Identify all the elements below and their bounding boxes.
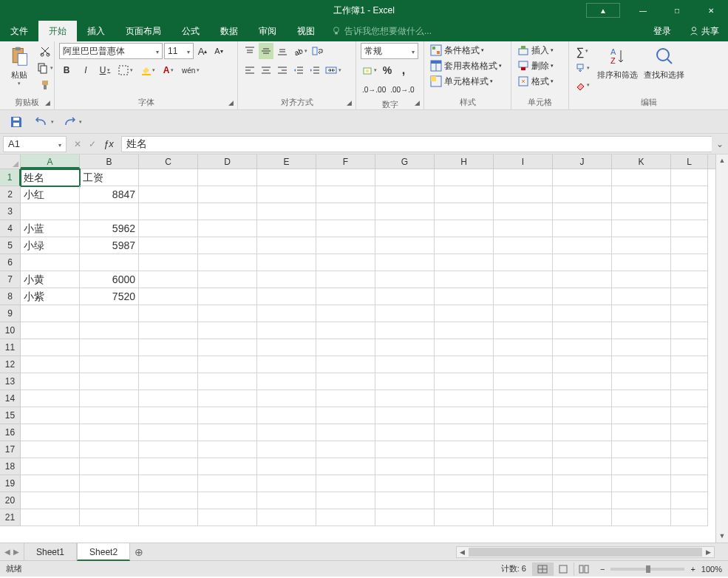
tab-formulas[interactable]: 公式 — [171, 21, 210, 41]
cell-F17[interactable] — [316, 441, 375, 458]
cell-G6[interactable] — [375, 254, 435, 271]
cell-A17[interactable] — [21, 441, 80, 458]
cell-I10[interactable] — [494, 322, 553, 339]
cell-I13[interactable] — [494, 373, 553, 390]
row-header-2[interactable]: 2 — [0, 186, 21, 203]
cell-D15[interactable] — [198, 407, 257, 424]
table-format-button[interactable]: 套用表格格式▾ — [429, 58, 503, 73]
cell-E9[interactable] — [257, 305, 316, 322]
tab-data[interactable]: 数据 — [210, 21, 248, 41]
fill-button-edit[interactable] — [574, 60, 591, 76]
cell-C8[interactable] — [139, 288, 198, 305]
view-page-layout-button[interactable] — [553, 562, 574, 576]
font-color-button[interactable]: A — [161, 62, 176, 78]
cell-G2[interactable] — [375, 186, 435, 203]
cell-H12[interactable] — [435, 356, 494, 373]
enter-formula-icon[interactable]: ✓ — [89, 139, 96, 149]
cell-J16[interactable] — [553, 424, 612, 441]
cell-K9[interactable] — [612, 305, 671, 322]
cell-C9[interactable] — [139, 305, 198, 322]
row-header-12[interactable]: 12 — [0, 356, 21, 373]
copy-button[interactable] — [35, 60, 55, 76]
cell-K15[interactable] — [612, 407, 671, 424]
cell-C6[interactable] — [139, 254, 198, 271]
cell-E21[interactable] — [257, 509, 316, 526]
cell-G10[interactable] — [375, 322, 435, 339]
cell-K10[interactable] — [612, 322, 671, 339]
bold-button[interactable]: B — [59, 62, 74, 78]
zoom-out-button[interactable]: − — [600, 565, 605, 574]
fill-color-button[interactable] — [139, 62, 157, 78]
find-select-button[interactable]: 查找和选择 — [641, 43, 687, 82]
cell-H10[interactable] — [435, 322, 494, 339]
cell-G14[interactable] — [375, 390, 435, 407]
cell-L8[interactable] — [671, 288, 708, 305]
login-button[interactable]: 登录 — [644, 21, 680, 41]
cell-C10[interactable] — [139, 322, 198, 339]
cell-L4[interactable] — [671, 220, 708, 237]
cell-H20[interactable] — [435, 492, 494, 509]
col-header-C[interactable]: C — [139, 154, 198, 169]
cell-E12[interactable] — [257, 356, 316, 373]
cell-K13[interactable] — [612, 373, 671, 390]
cell-J18[interactable] — [553, 458, 612, 475]
conditional-format-button[interactable]: 条件格式▾ — [429, 43, 486, 58]
select-all-corner[interactable] — [0, 154, 21, 169]
cell-D18[interactable] — [198, 458, 257, 475]
cell-E6[interactable] — [257, 254, 316, 271]
cell-K12[interactable] — [612, 356, 671, 373]
cell-L1[interactable] — [671, 169, 708, 186]
cell-A7[interactable]: 小黄 — [21, 271, 80, 288]
cell-L2[interactable] — [671, 186, 708, 203]
tab-home[interactable]: 开始 — [38, 21, 77, 41]
cell-H13[interactable] — [435, 373, 494, 390]
decrease-decimal-button[interactable]: .00→.0 — [389, 81, 415, 98]
cell-F14[interactable] — [316, 390, 375, 407]
cell-K20[interactable] — [612, 492, 671, 509]
row-header-17[interactable]: 17 — [0, 441, 21, 458]
cell-K6[interactable] — [612, 254, 671, 271]
save-button[interactable] — [6, 113, 27, 131]
cell-K18[interactable] — [612, 458, 671, 475]
cell-B21[interactable] — [80, 509, 139, 526]
cell-K21[interactable] — [612, 509, 671, 526]
row-header-10[interactable]: 10 — [0, 322, 21, 339]
tell-me-input[interactable]: 告诉我您想要做什么... — [331, 21, 432, 41]
row-header-6[interactable]: 6 — [0, 254, 21, 271]
cell-H3[interactable] — [435, 203, 494, 220]
cell-E15[interactable] — [257, 407, 316, 424]
row-header-1[interactable]: 1 — [0, 169, 21, 186]
cell-J3[interactable] — [553, 203, 612, 220]
cell-F12[interactable] — [316, 356, 375, 373]
cell-I8[interactable] — [494, 288, 553, 305]
cell-H17[interactable] — [435, 441, 494, 458]
cell-G4[interactable] — [375, 220, 435, 237]
cell-J21[interactable] — [553, 509, 612, 526]
cell-K16[interactable] — [612, 424, 671, 441]
col-header-F[interactable]: F — [316, 154, 375, 169]
cell-B4[interactable]: 5962 — [80, 220, 139, 237]
cell-C13[interactable] — [139, 373, 198, 390]
cell-K7[interactable] — [612, 271, 671, 288]
cell-D16[interactable] — [198, 424, 257, 441]
cell-C14[interactable] — [139, 390, 198, 407]
cell-I19[interactable] — [494, 475, 553, 492]
cell-J2[interactable] — [553, 186, 612, 203]
sheet-nav-prev[interactable]: ◀ — [4, 548, 10, 556]
cell-B5[interactable]: 5987 — [80, 237, 139, 254]
cell-G21[interactable] — [375, 509, 435, 526]
col-header-L[interactable]: L — [671, 154, 708, 169]
cell-D6[interactable] — [198, 254, 257, 271]
cell-F10[interactable] — [316, 322, 375, 339]
cell-D20[interactable] — [198, 492, 257, 509]
cell-D3[interactable] — [198, 203, 257, 220]
shrink-font-button[interactable]: A▾ — [211, 43, 226, 59]
cell-F3[interactable] — [316, 203, 375, 220]
row-header-8[interactable]: 8 — [0, 288, 21, 305]
cell-I17[interactable] — [494, 441, 553, 458]
clipboard-launcher[interactable]: ◢ — [42, 98, 52, 108]
cell-J19[interactable] — [553, 475, 612, 492]
share-button[interactable]: 共享 — [680, 21, 728, 41]
cell-F4[interactable] — [316, 220, 375, 237]
cell-J5[interactable] — [553, 237, 612, 254]
